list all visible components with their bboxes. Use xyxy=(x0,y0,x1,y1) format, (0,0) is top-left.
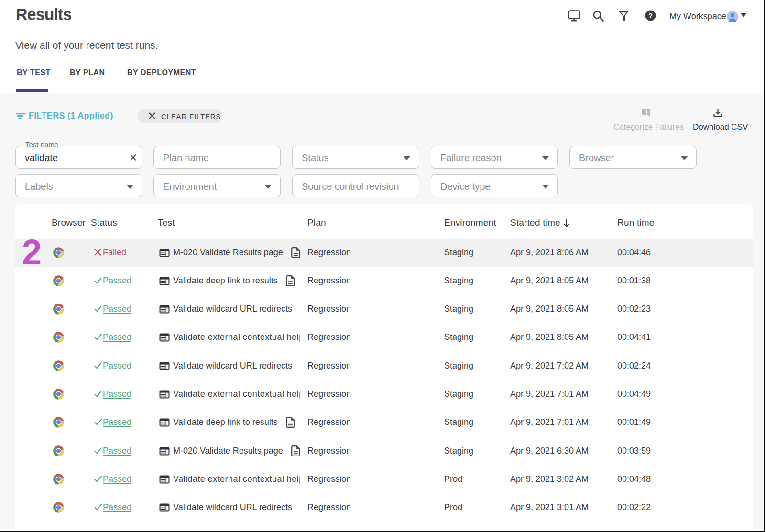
svg-text:?: ? xyxy=(648,12,653,20)
